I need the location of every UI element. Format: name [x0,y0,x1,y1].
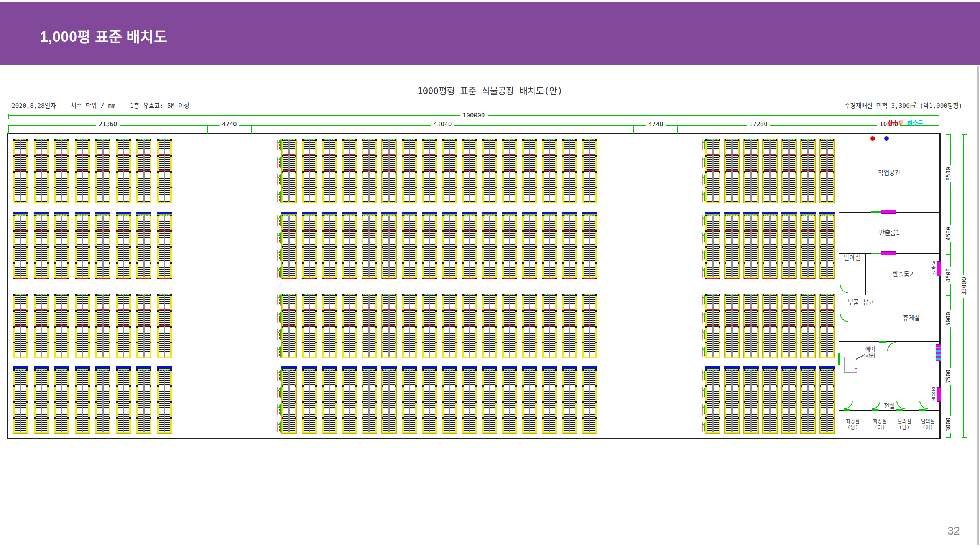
grow-rack [542,139,557,203]
grow-rack [95,139,110,203]
equipment-aisle [602,214,702,279]
room-work-area: 작업공간 [839,134,939,213]
grow-rack [724,369,740,434]
grow-rack [34,294,49,358]
grow-rack [442,139,457,203]
grow-rack [422,294,437,358]
grow-rack [522,369,537,434]
grow-rack [281,294,297,358]
dim-tick [962,437,967,438]
dimension-top-segments: 21360 4740 41040 4740 17280 10840 상수도하수구 [8,125,939,134]
grow-rack [442,294,457,358]
air-shower-label: 에어 샤워 [865,346,875,359]
room-row-storage: 부품 창고 휴게실 [839,295,939,342]
grow-rack [562,214,577,279]
export-door-marker [937,261,941,276]
grow-rack [705,139,720,203]
rack-band [8,369,839,434]
dimension-overall-height: 33000 [963,134,964,438]
equipment-aisle [602,139,702,203]
slide-header-band: 1,000평 표준 배치도 [0,2,980,65]
anteroom-left-door [838,353,840,365]
dim-overall-width-label: 100000 [460,112,488,119]
grow-rack [362,139,377,203]
grow-rack [13,214,28,279]
dim-tick [939,114,939,119]
grow-rack [482,369,497,434]
grow-rack [116,369,131,434]
room-parts-storage: 부품 창고 [839,295,883,341]
grow-area [8,134,839,438]
grow-rack [75,369,90,434]
grow-rack [381,139,397,203]
grow-rack [402,294,417,358]
grow-rack [302,214,317,279]
grow-rack [54,369,69,434]
grow-rack [800,214,816,279]
room-label: 반출룸2 [866,254,939,295]
floor-plan: 100000 21360 4740 41040 4740 17280 10840… [7,133,941,439]
grow-rack [95,214,110,279]
grow-rack [562,139,577,203]
grow-rack [762,214,778,279]
grow-rack [362,294,377,358]
room-anteroom: 전실 에어 샤워 출입문 [839,342,939,411]
grow-rack [522,139,537,203]
slide-edge-strip [977,66,979,545]
grow-rack [482,294,497,358]
drawing-notes-left: 2020,8,28일자치수 단위 / mm1층 유효고: 5M 이상 [12,101,204,110]
room-label: 작업공간 [839,134,939,212]
page-number: 32 [947,524,960,537]
note-units: 치수 단위 / mm [71,102,115,109]
grow-rack [743,294,759,358]
note-date: 2020,8,28일자 [12,102,56,109]
dim-label: 4500 [945,267,952,284]
grow-rack [422,214,437,279]
room-row-export-2: 발아실 반출룸2 반출문 [839,254,939,295]
grow-rack [422,369,437,434]
grow-rack [582,369,597,434]
grow-rack [136,369,151,434]
rack-section [8,214,177,279]
grow-rack [482,214,497,279]
door-sill [896,409,903,411]
room-label: 탈의실 (여) [916,411,939,438]
rooms-column: 작업공간 반출룸1 발아실 반출룸2 반출문 [839,134,939,438]
grow-rack [582,139,597,203]
equipment-aisle [602,294,702,358]
grow-rack [13,294,28,358]
equipment-aisle [177,294,277,358]
room-label: 화장실 (여) [867,411,893,438]
dim-segment: 8500 [946,134,951,213]
grow-rack [402,214,417,279]
grow-rack [482,139,497,203]
grow-rack [136,294,151,358]
grow-rack [281,139,297,203]
grow-rack [13,369,28,434]
rack-band [8,139,839,203]
rack-section [277,369,602,434]
door-sill [919,409,926,411]
grow-rack [342,294,357,358]
grow-rack [743,369,759,434]
equipment-aisle [602,369,702,434]
grow-rack [542,214,557,279]
grow-rack [724,294,740,358]
dim-segment: 4740 [633,125,677,134]
grow-rack [281,214,297,279]
grow-rack [322,214,337,279]
grow-rack [75,214,90,279]
room-row-toilets: 화장실 (남) 화장실 (여) 탈의실 (남) 탈의실 (여) [839,411,939,438]
grow-rack [762,139,778,203]
grow-rack [819,369,835,434]
grow-rack [781,214,797,279]
grow-rack [402,139,417,203]
grow-rack [302,294,317,358]
grow-rack [402,369,417,434]
dim-label: 5000 [945,310,952,327]
dimension-overall-width: 100000 [8,115,939,116]
rack-section [8,369,177,434]
grow-rack [342,139,357,203]
grow-rack [116,294,131,358]
grow-rack [522,294,537,358]
